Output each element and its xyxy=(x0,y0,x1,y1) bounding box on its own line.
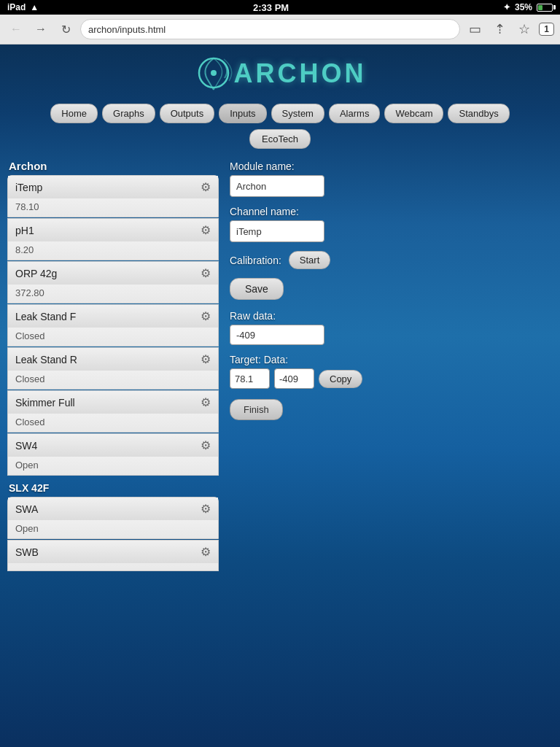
sensor-swb-name: SWB xyxy=(15,546,39,558)
sensor-ph1-header: pH1 ⚙ xyxy=(8,219,218,241)
sensor-skimmerfull-value: Closed xyxy=(8,414,218,432)
content-area: ARCHON Home Graphs Outputs Inputs System… xyxy=(0,44,560,578)
gear-icon-ph1[interactable]: ⚙ xyxy=(201,223,211,237)
sensor-ph1-value: 8.20 xyxy=(8,241,218,260)
nav-graphs[interactable]: Graphs xyxy=(102,104,155,123)
sensor-sw4-name: SW4 xyxy=(15,440,37,452)
sensor-itemp-header: iTemp ⚙ xyxy=(8,176,218,198)
sensor-sw4-header: SW4 ⚙ xyxy=(8,434,218,457)
browser-toolbar: ← → ↻ ▭ ⇡ ☆ 1 xyxy=(0,15,560,44)
nav-outputs[interactable]: Outputs xyxy=(160,104,215,123)
nav-bar: Home Graphs Outputs Inputs System Alarms… xyxy=(0,100,560,127)
sensor-swb-value xyxy=(8,563,218,570)
share-button[interactable]: ⇡ xyxy=(489,19,510,39)
sensor-leakstandr-name: Leak Stand R xyxy=(15,354,77,365)
bluetooth-icon: ✦ xyxy=(503,2,510,12)
page-button[interactable]: ▭ xyxy=(464,19,485,39)
left-panel: Archon iTemp ⚙ 78.10 pH1 ⚙ 8.20 xyxy=(7,157,219,572)
sensor-orp42g-header: ORP 42g ⚙ xyxy=(8,262,218,285)
gear-icon-leakstandf[interactable]: ⚙ xyxy=(201,309,211,323)
nav-system[interactable]: System xyxy=(271,104,324,123)
sensor-item-leakstandf[interactable]: Leak Stand F ⚙ Closed xyxy=(7,304,219,347)
logo-text: ARCHON xyxy=(234,58,367,89)
channel-name-input[interactable] xyxy=(230,220,324,242)
nav-webcam[interactable]: Webcam xyxy=(384,104,443,123)
channel-name-label: Channel name: xyxy=(230,206,549,217)
sensor-swa-value: Open xyxy=(8,520,218,538)
sensor-swa-header: SWA ⚙ xyxy=(8,498,218,520)
gear-icon-swb[interactable]: ⚙ xyxy=(201,545,211,559)
tab-count[interactable]: 1 xyxy=(539,23,554,36)
calibration-label: Calibration: xyxy=(230,255,281,266)
gear-icon-itemp[interactable]: ⚙ xyxy=(201,180,211,194)
nav-inputs[interactable]: Inputs xyxy=(219,104,266,123)
gear-icon-skimmerfull[interactable]: ⚙ xyxy=(201,395,211,409)
sensor-leakstandr-header: Leak Stand R ⚙ xyxy=(8,348,218,371)
nav-alarms[interactable]: Alarms xyxy=(329,104,380,123)
status-right: ✦ 35% xyxy=(503,2,553,12)
gear-icon-orp42g[interactable]: ⚙ xyxy=(201,266,211,280)
sensor-sw4-value: Open xyxy=(8,457,218,475)
sensor-item-itemp[interactable]: iTemp ⚙ 78.10 xyxy=(7,175,219,217)
time-label: 2:33 PM xyxy=(253,2,289,13)
target-value-box: 78.1 xyxy=(230,368,270,389)
sensor-leakstandf-name: Leak Stand F xyxy=(15,311,76,322)
nav-ecotech[interactable]: EcoTech xyxy=(249,129,311,149)
sensor-item-orp42g[interactable]: ORP 42g ⚙ 372.80 xyxy=(7,261,219,303)
gear-icon-swa[interactable]: ⚙ xyxy=(201,502,211,516)
carrier-label: iPad xyxy=(7,2,26,12)
logo-icon xyxy=(194,53,234,93)
sensor-item-sw4[interactable]: SW4 ⚙ Open xyxy=(7,433,219,476)
nav-home[interactable]: Home xyxy=(50,104,98,123)
battery-icon xyxy=(537,4,553,12)
wifi-icon: ▲ xyxy=(30,2,39,12)
sensor-orp42g-name: ORP 42g xyxy=(15,268,57,279)
status-left: iPad ▲ xyxy=(7,2,39,12)
copy-button[interactable]: Copy xyxy=(319,370,362,388)
calibration-row: Calibration: Start xyxy=(230,251,549,269)
raw-data-value: -409 xyxy=(230,325,324,345)
sensor-item-leakstandr[interactable]: Leak Stand R ⚙ Closed xyxy=(7,347,219,390)
back-button[interactable]: ← xyxy=(6,19,26,39)
reload-button[interactable]: ↻ xyxy=(55,19,76,39)
url-bar[interactable] xyxy=(80,19,460,39)
section-header-slx42f: SLX 42F xyxy=(7,476,219,497)
module-name-label: Module name: xyxy=(230,160,549,172)
sensor-leakstandr-value: Closed xyxy=(8,371,218,389)
raw-data-label: Raw data: xyxy=(230,310,549,322)
secondary-nav: EcoTech xyxy=(0,127,560,151)
save-button[interactable]: Save xyxy=(230,278,284,300)
battery-percent: 35% xyxy=(515,2,532,12)
module-name-input[interactable] xyxy=(230,175,324,197)
app-header: ARCHON xyxy=(0,44,560,100)
sensor-item-swb[interactable]: SWB ⚙ xyxy=(7,540,219,571)
data-value-box: -409 xyxy=(274,368,314,389)
status-bar: iPad ▲ 2:33 PM ✦ 35% xyxy=(0,0,560,15)
sensor-item-swa[interactable]: SWA ⚙ Open xyxy=(7,497,219,539)
sensor-item-skimmerfull[interactable]: Skimmer Full ⚙ Closed xyxy=(7,390,219,433)
sensor-item-ph1[interactable]: pH1 ⚙ 8.20 xyxy=(7,218,219,260)
sensor-leakstandf-header: Leak Stand F ⚙ xyxy=(8,305,218,328)
main-layout: Archon iTemp ⚙ 78.10 pH1 ⚙ 8.20 xyxy=(0,151,560,578)
sensor-itemp-name: iTemp xyxy=(15,182,42,193)
bookmark-button[interactable]: ☆ xyxy=(514,19,534,39)
sensor-itemp-value: 78.10 xyxy=(8,198,218,217)
sensor-leakstandf-value: Closed xyxy=(8,328,218,346)
forward-button[interactable]: → xyxy=(31,19,51,39)
module-name-group: Module name: xyxy=(230,160,549,197)
gear-icon-leakstandr[interactable]: ⚙ xyxy=(201,352,211,366)
finish-button[interactable]: Finish xyxy=(230,399,283,420)
right-panel: Module name: Channel name: Calibration: … xyxy=(226,157,553,572)
target-data-row: 78.1 -409 Copy xyxy=(230,368,549,389)
sensor-ph1-name: pH1 xyxy=(15,225,34,236)
sensor-list-archon: iTemp ⚙ 78.10 pH1 ⚙ 8.20 ORP 42g xyxy=(7,175,219,476)
nav-standbys[interactable]: Standbys xyxy=(448,104,509,123)
target-data-group: Target: Data: 78.1 -409 Copy xyxy=(230,354,549,389)
channel-name-group: Channel name: xyxy=(230,206,549,242)
battery-fill xyxy=(538,5,542,10)
svg-point-1 xyxy=(211,70,217,76)
logo-container: ARCHON xyxy=(194,53,367,93)
calibration-start-button[interactable]: Start xyxy=(289,251,330,269)
sensor-orp42g-value: 372.80 xyxy=(8,285,218,303)
gear-icon-sw4[interactable]: ⚙ xyxy=(201,438,211,452)
